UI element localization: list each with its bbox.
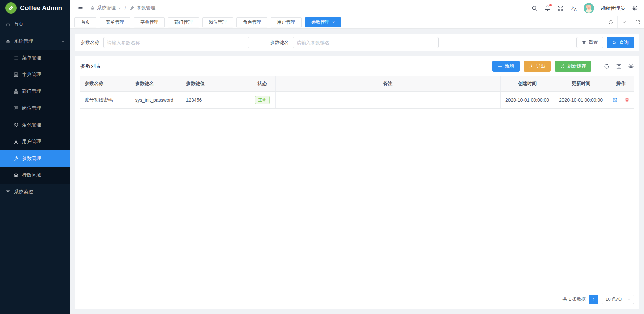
table-toolbar: 新增 导出 刷新缓存 (492, 61, 634, 72)
tab-menu-mgmt[interactable]: 菜单管理 (100, 17, 130, 27)
query-button[interactable]: 查询 (607, 37, 634, 48)
edit-icon[interactable] (612, 97, 618, 103)
user-icon (13, 139, 19, 144)
tab-dept-mgmt[interactable]: 部门管理 (168, 17, 199, 27)
translate-icon[interactable] (571, 5, 577, 11)
breadcrumb-separator: / (125, 5, 126, 11)
app-title: Coffee Admin (20, 4, 62, 12)
card-header: 参数列表 新增 导出 刷新缓存 (80, 61, 634, 72)
sidebar-item-dict-mgmt[interactable]: 字典管理 (0, 66, 70, 83)
sidebar-item-label: 系统监控 (14, 189, 33, 195)
fullscreen-icon[interactable] (557, 5, 564, 11)
export-button-label: 导出 (536, 63, 545, 69)
username[interactable]: 超级管理员 (601, 5, 625, 11)
content-fullscreen-button[interactable] (631, 16, 644, 28)
delete-trash-icon[interactable] (624, 97, 630, 103)
breadcrumb-section[interactable]: 系统管理 (97, 5, 116, 11)
sidebar-item-post-mgmt[interactable]: 岗位管理 (0, 100, 70, 117)
cell-updated-at: 2020-10-01 00:00:00 (554, 91, 608, 108)
chevron-down-icon[interactable] (118, 6, 121, 10)
sidebar-item-menu-mgmt[interactable]: 菜单管理 (0, 50, 70, 66)
col-param-key: 参数键名 (131, 76, 182, 91)
avatar[interactable] (584, 3, 594, 13)
tab-home[interactable]: 首页 (74, 17, 96, 27)
action-divider (621, 98, 621, 102)
sidebar-item-label: 首页 (14, 21, 23, 27)
wrench-icon (13, 156, 19, 161)
breadcrumb: 系统管理 / 参数管理 (90, 5, 155, 11)
app-logo[interactable]: Coffee Admin (0, 0, 70, 16)
export-button[interactable]: 导出 (524, 61, 551, 72)
monitor-icon (5, 189, 11, 195)
sidebar-item-role-mgmt[interactable]: 角色管理 (0, 117, 70, 133)
tab-dict-mgmt[interactable]: 字典管理 (134, 17, 165, 27)
search-icon[interactable] (531, 5, 538, 11)
col-created-at: 创建时间 (500, 76, 554, 91)
refresh-cache-button[interactable]: 刷新缓存 (555, 61, 591, 72)
column-settings-gear-icon[interactable] (628, 63, 634, 69)
tab-role-mgmt[interactable]: 角色管理 (236, 17, 267, 27)
row-height-icon[interactable] (616, 63, 622, 69)
query-button-label: 查询 (619, 40, 629, 46)
tab-user-mgmt[interactable]: 用户管理 (271, 17, 302, 27)
tab-label: 菜单管理 (106, 19, 124, 25)
param-key-input[interactable] (293, 37, 439, 48)
id-card-icon (13, 106, 19, 111)
sidebar-item-system[interactable]: 系统管理 (0, 33, 70, 50)
cell-remark (275, 91, 500, 108)
notifications-button[interactable] (544, 5, 551, 11)
wrench-icon (129, 6, 135, 11)
chevron-down-icon (61, 190, 65, 194)
tab-label: 部门管理 (174, 19, 193, 25)
plus-icon (498, 64, 502, 69)
param-list-card: 参数列表 新增 导出 刷新缓存 (75, 56, 639, 309)
sidebar-item-monitor[interactable]: 系统监控 (0, 184, 70, 200)
add-button[interactable]: 新增 (492, 61, 520, 72)
home-icon (5, 22, 11, 27)
tab-controls (604, 16, 644, 28)
download-icon (529, 64, 534, 69)
cell-param-key: sys_init_password (131, 91, 182, 108)
reset-button[interactable]: 重置 (576, 37, 603, 48)
page-number-button[interactable]: 1 (589, 295, 598, 304)
table-header-row: 参数名称 参数键名 参数键值 状态 备注 创建时间 更新时间 操作 (80, 76, 634, 91)
col-status: 状态 (249, 76, 275, 91)
header-actions: 超级管理员 (531, 3, 638, 13)
sidebar-menu: 首页 系统管理 菜单管理 字典管理 部门管理 岗位管理 (0, 16, 70, 314)
search-buttons: 重置 查询 (576, 37, 634, 48)
refresh-page-button[interactable] (604, 16, 617, 28)
tab-label: 角色管理 (243, 19, 261, 25)
sidebar-submenu-system: 菜单管理 字典管理 部门管理 岗位管理 角色管理 用户管理 (0, 50, 70, 184)
sidebar: Coffee Admin 首页 系统管理 菜单管理 字典管理 部门管理 (0, 0, 70, 314)
search-form-card: 参数名称 参数键名 重置 查询 (75, 34, 639, 51)
tab-param-mgmt[interactable]: 参数管理 × (305, 17, 341, 27)
tab-post-mgmt[interactable]: 岗位管理 (202, 17, 233, 27)
bank-icon (13, 173, 19, 178)
tab-label: 岗位管理 (209, 19, 227, 25)
param-name-input[interactable] (103, 37, 249, 48)
sidebar-item-label: 字典管理 (22, 72, 41, 78)
tab-options-button[interactable] (617, 16, 631, 28)
gear-icon (90, 6, 95, 11)
maximize-icon (635, 20, 640, 25)
roles-icon (13, 122, 19, 128)
cell-status: 正常 (249, 91, 275, 108)
col-updated-at: 更新时间 (554, 76, 608, 91)
page-size-select[interactable]: 10 条/页 (602, 295, 634, 304)
trash-icon (582, 40, 586, 45)
sidebar-item-param-mgmt[interactable]: 参数管理 (0, 150, 70, 167)
sidebar-item-home[interactable]: 首页 (0, 16, 70, 33)
param-key-label: 参数键名 (270, 40, 289, 46)
search-icon (612, 40, 617, 45)
sidebar-collapse-icon[interactable] (76, 5, 83, 11)
reset-button-label: 重置 (589, 40, 598, 46)
col-param-name: 参数名称 (80, 76, 131, 91)
refresh-table-icon[interactable] (604, 63, 610, 69)
tab-close-icon[interactable]: × (332, 20, 335, 24)
sidebar-item-user-mgmt[interactable]: 用户管理 (0, 133, 70, 150)
tab-label: 首页 (81, 19, 90, 25)
sidebar-item-dept-mgmt[interactable]: 部门管理 (0, 83, 70, 100)
settings-gear-icon[interactable] (632, 5, 638, 11)
sidebar-item-region[interactable]: 行政区域 (0, 167, 70, 184)
notification-badge (549, 4, 552, 6)
